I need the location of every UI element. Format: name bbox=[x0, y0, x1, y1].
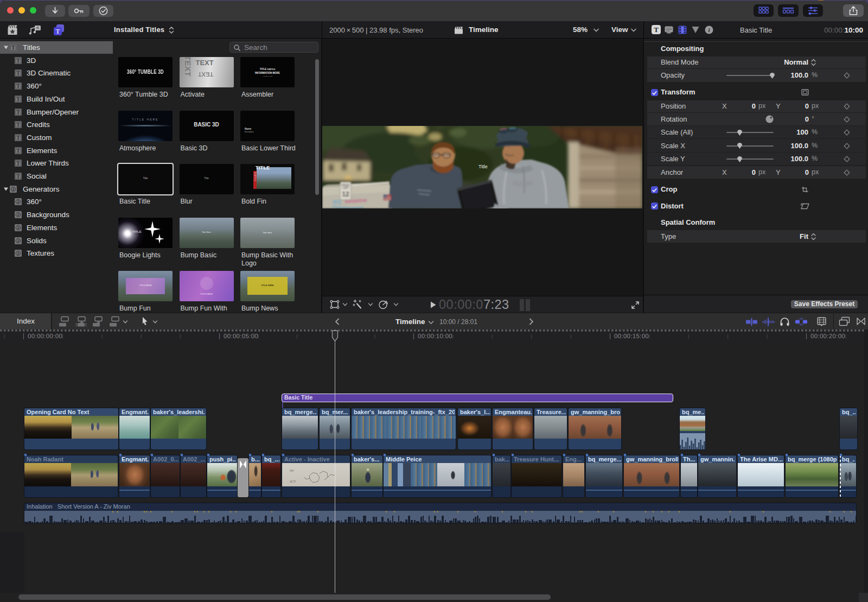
svg-text:2: 2 bbox=[17, 212, 19, 217]
svg-text:T: T bbox=[16, 174, 20, 179]
svg-text:T: T bbox=[16, 122, 20, 128]
svg-text:T: T bbox=[16, 148, 20, 154]
svg-text:2: 2 bbox=[17, 251, 19, 256]
svg-text:T: T bbox=[16, 110, 20, 115]
svg-text:T: T bbox=[16, 161, 20, 166]
svg-text:2: 2 bbox=[17, 200, 19, 205]
svg-text:OH: OH bbox=[290, 469, 294, 472]
svg-text:T: T bbox=[16, 71, 20, 76]
svg-text:2: 2 bbox=[17, 225, 19, 230]
svg-text:2: 2 bbox=[12, 187, 14, 192]
svg-text:T: T bbox=[16, 97, 20, 102]
svg-text:Title: Title bbox=[478, 164, 488, 169]
svg-text:T: T bbox=[16, 84, 20, 89]
svg-text:ACTI: ACTI bbox=[290, 480, 296, 483]
svg-text:2: 2 bbox=[17, 238, 19, 243]
svg-text:T: T bbox=[11, 45, 15, 50]
svg-text:T: T bbox=[16, 135, 20, 141]
svg-text:T: T bbox=[16, 58, 20, 64]
svg-text:T: T bbox=[55, 28, 60, 35]
